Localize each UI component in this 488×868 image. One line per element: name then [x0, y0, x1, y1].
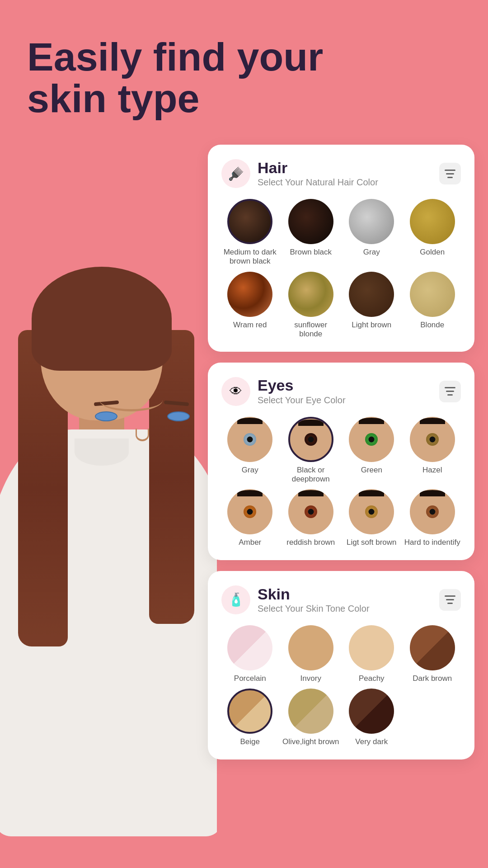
hair-label-gray: Gray	[363, 248, 380, 257]
hair-circle-brown-black[interactable]	[288, 199, 333, 244]
hair-color-sunflower[interactable]: sunflower blonde	[282, 272, 340, 339]
eye-label-reddish: reddish brown	[286, 538, 335, 547]
eye-label-amber: Amber	[239, 538, 261, 547]
hair-label-sunflower: sunflower blonde	[282, 321, 340, 339]
hair-card: 🪮 Hair Select Your Natural Hair Color Me…	[208, 145, 474, 352]
eyes-title-group: Eyes Select Your Eye Color	[258, 377, 439, 405]
hair-circle-gray[interactable]	[349, 199, 394, 244]
eye-circle-black[interactable]	[288, 417, 333, 462]
skin-circle-very-dark[interactable]	[349, 689, 394, 734]
eye-circle-reddish[interactable]	[288, 489, 333, 534]
skin-card-subtitle: Select Your Skin Tone Color	[258, 604, 439, 614]
hair-color-light-brown[interactable]: Light brown	[343, 272, 400, 339]
eye-circle-soft-brown[interactable]	[349, 489, 394, 534]
skin-label-very-dark: Very dark	[355, 737, 388, 746]
eyes-card: 👁 Eyes Select Your Eye Color	[208, 363, 474, 560]
eye-label-black: Black or deepbrown	[282, 466, 340, 484]
hair-label-warm-red: Wram red	[233, 321, 267, 330]
eye-circle-amber[interactable]	[227, 489, 272, 534]
skin-circle-porcelain[interactable]	[227, 625, 272, 670]
eye-circle-green[interactable]	[349, 417, 394, 462]
hair-color-blonde[interactable]: Blonde	[404, 272, 461, 339]
eyes-filter-icon	[445, 387, 455, 396]
eye-color-hard[interactable]: Hard to indentify	[404, 489, 461, 547]
skin-title-group: Skin Select Your Skin Tone Color	[258, 586, 439, 614]
person-illustration	[0, 203, 217, 868]
eye-color-black[interactable]: Black or deepbrown	[282, 417, 340, 484]
skin-color-dark-brown[interactable]: Dark brown	[404, 625, 461, 683]
skin-label-ivory: Invory	[300, 674, 321, 683]
skin-label-olive: Olive,light brown	[282, 737, 339, 746]
hair-label-medium-dark: Medium to dark brown black	[221, 248, 279, 266]
eye-label-gray: Gray	[242, 466, 258, 475]
hair-circle-light-brown[interactable]	[349, 272, 394, 317]
hair-icon: 🪮	[228, 166, 244, 181]
skin-color-olive[interactable]: Olive,light brown	[282, 689, 340, 746]
hair-label-golden: Golden	[420, 248, 445, 257]
hair-title-group: Hair Select Your Natural Hair Color	[258, 160, 439, 188]
skin-filter-button[interactable]	[439, 589, 461, 611]
eye-circle-hazel[interactable]	[410, 417, 455, 462]
skin-color-porcelain[interactable]: Porcelain	[221, 625, 279, 683]
eye-color-amber[interactable]: Amber	[221, 489, 279, 547]
skin-label-peachy: Peachy	[359, 674, 385, 683]
skin-card-title: Skin	[258, 586, 439, 603]
eye-circle-hard[interactable]	[410, 489, 455, 534]
hair-filter-button[interactable]	[439, 163, 461, 184]
hero-title: Easily find your skin type	[27, 36, 323, 120]
hair-color-brown-black[interactable]: Brown black	[282, 199, 340, 266]
skin-card-header: 🧴 Skin Select Your Skin Tone Color	[221, 585, 461, 614]
hair-color-medium-dark[interactable]: Medium to dark brown black	[221, 199, 279, 266]
eyes-icon-wrap: 👁	[221, 377, 250, 406]
hair-circle-medium-dark[interactable]	[227, 199, 272, 244]
hair-circle-sunflower[interactable]	[288, 272, 333, 317]
hair-color-golden[interactable]: Golden	[404, 199, 461, 266]
hair-color-grid: Medium to dark brown black Brown black G…	[221, 199, 461, 339]
hair-circle-golden[interactable]	[410, 199, 455, 244]
skin-card: 🧴 Skin Select Your Skin Tone Color Porce…	[208, 571, 474, 760]
skin-icon: 🧴	[228, 592, 244, 607]
hair-card-subtitle: Select Your Natural Hair Color	[258, 177, 439, 188]
hair-label-blonde: Blonde	[420, 321, 444, 330]
eyes-card-header: 👁 Eyes Select Your Eye Color	[221, 377, 461, 406]
skin-circle-olive[interactable]	[288, 689, 333, 734]
skin-color-peachy[interactable]: Peachy	[343, 625, 400, 683]
eye-label-hazel: Hazel	[422, 466, 442, 475]
eye-color-gray[interactable]: Gray	[221, 417, 279, 484]
skin-color-grid: Porcelain Invory Peachy Dark brown Beige…	[221, 625, 461, 747]
eye-icon: 👁	[230, 384, 242, 399]
hair-color-warm-red[interactable]: Wram red	[221, 272, 279, 339]
hair-circle-warm-red[interactable]	[227, 272, 272, 317]
skin-color-ivory[interactable]: Invory	[282, 625, 340, 683]
eye-circle-gray[interactable]	[227, 417, 272, 462]
skin-circle-peachy[interactable]	[349, 625, 394, 670]
hair-color-gray[interactable]: Gray	[343, 199, 400, 266]
eyes-card-title: Eyes	[258, 377, 439, 394]
eye-label-green: Green	[361, 466, 382, 475]
skin-label-beige: Beige	[240, 737, 260, 746]
eye-label-soft-brown: Ligt soft brown	[347, 538, 397, 547]
hair-card-title: Hair	[258, 160, 439, 176]
eye-color-green[interactable]: Green	[343, 417, 400, 484]
skin-color-beige[interactable]: Beige	[221, 689, 279, 746]
eye-color-reddish[interactable]: reddish brown	[282, 489, 340, 547]
eyes-color-grid: Gray Black or deepbrown	[221, 417, 461, 547]
hair-label-brown-black: Brown black	[290, 248, 332, 257]
eyes-filter-button[interactable]	[439, 381, 461, 402]
cards-container: 🪮 Hair Select Your Natural Hair Color Me…	[208, 145, 474, 760]
eye-label-hard: Hard to indentify	[404, 538, 460, 547]
hair-circle-blonde[interactable]	[410, 272, 455, 317]
skin-circle-dark-brown[interactable]	[410, 625, 455, 670]
eye-color-soft-brown[interactable]: Ligt soft brown	[343, 489, 400, 547]
skin-circle-ivory[interactable]	[288, 625, 333, 670]
skin-label-dark-brown: Dark brown	[413, 674, 452, 683]
skin-icon-wrap: 🧴	[221, 585, 250, 614]
eyes-card-subtitle: Select Your Eye Color	[258, 395, 439, 406]
eye-color-hazel[interactable]: Hazel	[404, 417, 461, 484]
skin-label-porcelain: Porcelain	[234, 674, 266, 683]
hair-icon-wrap: 🪮	[221, 159, 250, 188]
skin-filter-icon	[445, 595, 455, 604]
hair-label-light-brown: Light brown	[352, 321, 391, 330]
skin-circle-beige[interactable]	[227, 689, 272, 734]
skin-color-very-dark[interactable]: Very dark	[343, 689, 400, 746]
